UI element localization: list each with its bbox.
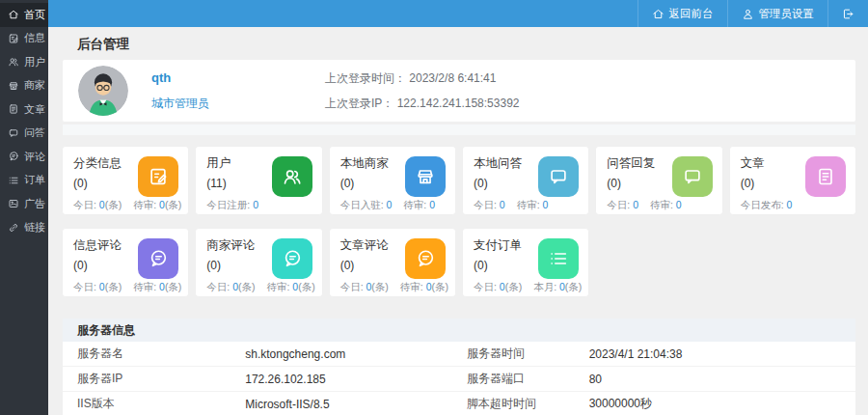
back-to-front-button[interactable]: 返回前台 [637,0,727,27]
stat-card-merchant-comments[interactable]: 商家评论(0)今日: 0(条)待审: 0(条) [196,229,321,296]
username-link[interactable]: qth [151,70,267,85]
stat-metric-value[interactable]: 0 [543,199,549,210]
stat-metric-suffix: (条) [505,281,523,292]
stat-card-metrics: 今日入驻: 0待审: 0 [340,199,445,212]
stat-cards-row-1: 分类信息(0)今日: 0(条)待审: 0(条)用户(11)今日注册: 0本地商家… [63,147,855,214]
stat-card-metrics: 今日: 0待审: 0 [474,199,578,212]
user-panel: qth 城市管理员 上次登录时间： 2023/2/8 6:41:41 上次登录I… [63,60,855,122]
sidebar-item-label: 商家 [24,78,45,93]
stat-metric: 今日入驻: 0 [340,199,393,212]
server-info-panel: 服务器信息 服务器名sh.ktongcheng.com服务器时间2023/4/1… [63,318,855,415]
server-info-row: IIS版本Microsoft-IIS/8.5脚本超时时间30000000秒 [63,392,855,415]
stat-card-local-qa[interactable]: 本地问答(0)今日: 0待审: 0 [463,147,588,214]
server-info-label-2: 脚本超时时间 [467,396,589,412]
stat-metric-label: 今日注册: [206,199,250,210]
stat-card-users[interactable]: 用户(11)今日注册: 0 [196,147,321,214]
sidebar-item-qa[interactable]: 问答 [0,122,48,146]
user-icon [742,8,754,20]
stat-metric: 今日: 0 [474,199,505,212]
stat-card-icon-badge [138,156,178,197]
sidebar-item-comments[interactable]: 评论 [0,145,48,169]
stat-card-category-info[interactable]: 分类信息(0)今日: 0(条)待审: 0(条) [63,147,188,214]
server-info-value-2: 2023/4/1 21:04:38 [589,347,841,361]
users-icon [282,166,303,187]
stat-metric-suffix: (条) [105,199,122,210]
server-info-label-1: 服务器名 [77,346,245,362]
comment-icon [282,248,303,269]
avatar-illustration [78,66,128,116]
chat-icon [682,166,703,187]
stat-card-icon-badge [272,238,312,279]
stat-metric-value[interactable]: 0 [253,199,258,210]
server-info-label-2: 服务器时间 [467,346,589,362]
top-button-label: 管理员设置 [759,7,815,21]
stat-card-icon-badge [138,238,178,279]
stat-metric-label: 今日入驻: [340,199,384,210]
sidebar-item-merchants[interactable]: 商家 [0,74,48,98]
stat-metric: 待审: 0 [650,199,682,212]
stat-metric-suffix: (条) [432,281,449,292]
link-icon [8,222,19,234]
stat-metric-label: 今日: [474,281,497,292]
stat-card-icon-badge [538,238,579,279]
stat-metric: 今日: 0(条) [474,281,522,294]
admin-settings-button[interactable]: 管理员设置 [727,0,828,27]
stat-card-local-merchants[interactable]: 本地商家(0)今日入驻: 0待审: 0 [330,147,455,214]
stat-card-articles[interactable]: 文章(0)今日发布: 0 [730,147,855,214]
stat-metric-label: 今日: [73,281,96,292]
stat-metric-suffix: (条) [371,281,389,292]
sidebar-item-label: 用户 [24,55,45,69]
server-info-row: 服务器名sh.ktongcheng.com服务器时间2023/4/1 21:04… [63,342,855,367]
sidebar-item-ads[interactable]: 广告 [0,192,48,216]
server-info-value-1: sh.ktongcheng.com [245,347,467,361]
main-content: 后台管理 qth 城市管理员 上次登录时间： 2023/2/8 6:41:41 … [48,27,868,415]
stat-card-icon-badge [272,156,312,197]
user-panel-footer [63,124,855,135]
stat-card-article-comments[interactable]: 文章评论(0)今日: 0(条)待审: 0(条) [330,229,455,296]
sidebar-item-info[interactable]: 信息 [0,27,48,51]
stat-metric-value[interactable]: 0 [500,199,505,210]
stat-metric-value[interactable]: 0 [676,199,682,210]
stat-metric-value[interactable]: 0 [429,199,435,210]
sidebar-item-label: 订单 [24,173,45,187]
stat-metric-label: 待审: [650,199,673,210]
stat-metric-label: 待审: [133,281,156,292]
stat-metric: 今日: 0 [607,199,638,212]
stat-card-icon-badge [405,238,446,279]
store-icon [8,80,19,92]
sidebar-item-users[interactable]: 用户 [0,50,48,74]
sidebar-item-links[interactable]: 链接 [0,216,48,240]
comment-icon [415,248,436,269]
stat-metric: 今日注册: 0 [206,199,258,212]
stat-metric-value[interactable]: 0 [786,199,792,210]
stat-metric: 本月: 0(条) [533,281,582,294]
server-info-value-1: 172.26.102.185 [245,373,467,386]
stat-card-icon-badge [405,156,446,197]
stat-card-metrics: 今日: 0(条)待审: 0(条) [73,281,177,294]
stat-metric-label: 待审: [133,199,156,210]
sidebar-item-orders[interactable]: 订单 [0,169,48,193]
sidebar-item-home[interactable]: 首页 [0,3,48,27]
server-info-table: 服务器名sh.ktongcheng.com服务器时间2023/4/1 21:04… [63,342,855,415]
stat-metric: 今日发布: 0 [741,199,793,212]
last-login-time: 上次登录时间： 2023/2/8 6:41:41 [325,66,519,91]
stat-metric-value[interactable]: 0 [387,199,393,210]
chat-icon [548,166,569,187]
logout-button[interactable] [827,0,868,27]
stat-card-metrics: 今日: 0(条)待审: 0(条) [73,199,177,212]
stat-card-info-comments[interactable]: 信息评论(0)今日: 0(条)待审: 0(条) [63,229,188,296]
logout-icon [842,8,854,20]
stat-card-qa-replies[interactable]: 问答回复(0)今日: 0待审: 0 [596,147,721,214]
stat-metric: 待审: 0 [517,199,549,212]
stat-metric-suffix: (条) [105,281,122,292]
sidebar-item-label: 广告 [24,197,45,211]
sidebar-item-label: 文章 [24,102,45,117]
stat-metric-value[interactable]: 0 [633,199,638,210]
sidebar: 首页信息用户商家文章问答评论订单广告链接 [0,0,48,415]
sidebar-item-articles[interactable]: 文章 [0,97,48,122]
home-icon [8,9,19,20]
home-icon [652,8,665,20]
stat-metric-label: 今日: [340,281,364,292]
article-icon [8,103,19,115]
stat-card-paid-orders[interactable]: 支付订单(0)今日: 0(条)本月: 0(条) [463,229,588,296]
